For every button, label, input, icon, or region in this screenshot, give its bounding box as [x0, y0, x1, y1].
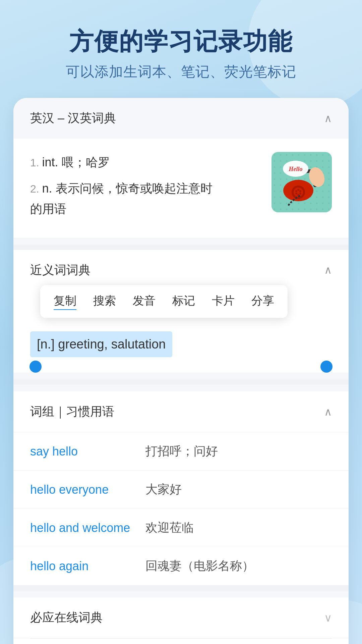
main-card: 英汉 – 汉英词典 ∧ 1. int. 喂；哈罗 2. n. 表示问候，惊奇或唤…	[13, 98, 349, 644]
phrase-en-1: say hello	[30, 444, 137, 459]
svg-point-11	[295, 193, 297, 195]
svg-text:Hello: Hello	[289, 166, 303, 172]
dict-section-header[interactable]: 英汉 – 汉英词典 ∧	[13, 98, 349, 139]
context-share[interactable]: 分享	[251, 293, 274, 310]
context-menu-wrapper: 复制 搜索 发音 标记 卡片 分享	[13, 285, 349, 325]
biying-dict-header[interactable]: 必应在线词典 ∨	[13, 597, 349, 638]
selection-handles	[13, 361, 349, 373]
phrase-item-4[interactable]: hello again 回魂妻（电影名称）	[13, 547, 349, 585]
phrase-item-1[interactable]: say hello 打招呼；问好	[13, 432, 349, 471]
sub-title: 可以添加生词本、笔记、荧光笔标记	[27, 62, 335, 81]
phrases-chevron-icon: ∧	[324, 406, 332, 418]
phrase-item-2[interactable]: hello everyone 大家好	[13, 471, 349, 509]
def-item-1: 1. int. 喂；哈罗	[30, 152, 261, 172]
phrase-cn-3: 欢迎莅临	[145, 520, 194, 536]
bottom-section-1: 必应在线词典 ∨ 常用例句库 ∨ 听力原声例句 +	[13, 597, 349, 644]
definition-card: 1. int. 喂；哈罗 2. n. 表示问候，惊奇或唤起注意时的用语	[13, 139, 349, 238]
synonym-section: 近义词词典 ∧ 复制 搜索 发音 标记 卡片 分享 [n.] greeting,…	[13, 250, 349, 373]
main-title: 方便的学习记录功能	[27, 27, 335, 56]
svg-point-9	[299, 193, 301, 195]
def-item-2: 2. n. 表示问候，惊奇或唤起注意时的用语	[30, 178, 261, 219]
phrase-cn-4: 回魂妻（电影名称）	[145, 558, 254, 574]
hello-telephone-image: Hello	[272, 152, 332, 212]
phrase-item-3[interactable]: hello and welcome 欢迎莅临	[13, 509, 349, 547]
phrase-cn-2: 大家好	[145, 481, 182, 498]
phrases-header[interactable]: 词组｜习惯用语 ∧	[13, 391, 349, 432]
phrase-cn-1: 打招呼；问好	[145, 443, 218, 460]
definitions-text: 1. int. 喂；哈罗 2. n. 表示问候，惊奇或唤起注意时的用语	[30, 152, 261, 224]
context-pronounce[interactable]: 发音	[133, 293, 156, 310]
synonym-header[interactable]: 近义词词典 ∧	[13, 250, 349, 285]
context-search[interactable]: 搜索	[93, 293, 116, 310]
context-copy[interactable]: 复制	[54, 293, 76, 310]
header-section: 方便的学习记录功能 可以添加生词本、笔记、荧光笔标记	[13, 0, 349, 98]
handle-right	[320, 361, 333, 373]
phrase-en-3: hello and welcome	[30, 521, 137, 535]
biying-dict-title: 必应在线词典	[30, 609, 103, 626]
dict-chevron-icon: ∧	[324, 112, 332, 125]
dict-section-title: 英汉 – 汉英词典	[30, 110, 116, 126]
svg-point-8	[299, 190, 301, 192]
synonym-chevron-icon: ∧	[324, 264, 332, 276]
synonym-title: 近义词词典	[30, 262, 90, 278]
selected-text-area: [n.] greeting, salutation	[13, 325, 349, 361]
divider-3	[13, 585, 349, 591]
context-mark[interactable]: 标记	[172, 293, 195, 310]
context-menu: 复制 搜索 发音 标记 卡片 分享	[40, 285, 288, 318]
phrase-en-2: hello everyone	[30, 483, 137, 497]
biying-chevron-down-icon: ∨	[324, 611, 332, 624]
context-card[interactable]: 卡片	[212, 293, 235, 310]
handle-left	[29, 361, 42, 373]
phrase-en-4: hello again	[30, 559, 137, 573]
svg-point-12	[295, 190, 297, 192]
selected-text: [n.] greeting, salutation	[30, 331, 172, 357]
phrases-title: 词组｜习惯用语	[30, 404, 114, 420]
phrases-section: 词组｜习惯用语 ∧ say hello 打招呼；问好 hello everyon…	[13, 391, 349, 585]
divider-2	[13, 379, 349, 385]
dict-section: 英汉 – 汉英词典 ∧ 1. int. 喂；哈罗 2. n. 表示问候，惊奇或唤…	[13, 98, 349, 238]
svg-point-7	[297, 189, 299, 191]
example-sentences-header[interactable]: 常用例句库 ∨	[13, 639, 349, 644]
divider-1	[13, 245, 349, 250]
